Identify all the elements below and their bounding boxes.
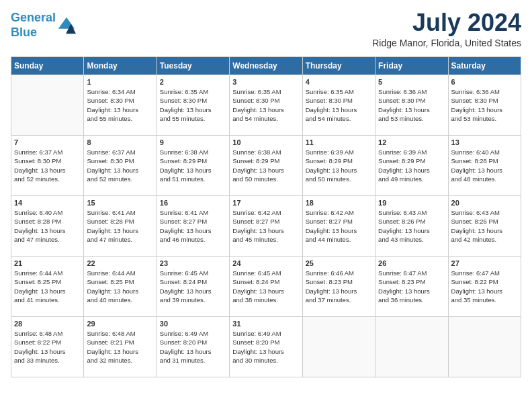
header-friday: Friday [375,57,448,75]
month-year-title: July 2024 [372,11,521,35]
day-info: Sunrise: 6:35 AMSunset: 8:30 PMDaylight:… [306,87,372,123]
calendar-cell: 29Sunrise: 6:48 AMSunset: 8:21 PMDayligh… [84,317,157,377]
day-number: 15 [87,199,153,207]
day-info: Sunrise: 6:45 AMSunset: 8:24 PMDaylight:… [160,269,226,304]
calendar-cell: 4Sunrise: 6:35 AMSunset: 8:30 PMDaylight… [302,75,375,136]
day-number: 3 [232,78,299,86]
calendar-cell: 25Sunrise: 6:46 AMSunset: 8:23 PMDayligh… [302,257,375,317]
day-info: Sunrise: 6:37 AMSunset: 8:30 PMDaylight:… [87,148,153,183]
day-number: 29 [87,320,153,328]
calendar-week-2: 7Sunrise: 6:37 AMSunset: 8:30 PMDaylight… [11,136,521,196]
day-info: Sunrise: 6:39 AMSunset: 8:29 PMDaylight:… [378,148,445,183]
calendar-cell: 21Sunrise: 6:44 AMSunset: 8:25 PMDayligh… [11,257,84,317]
calendar-week-5: 28Sunrise: 6:48 AMSunset: 8:22 PMDayligh… [11,317,521,377]
calendar-cell: 23Sunrise: 6:45 AMSunset: 8:24 PMDayligh… [157,257,229,317]
calendar-cell: 19Sunrise: 6:43 AMSunset: 8:26 PMDayligh… [375,196,448,257]
calendar-cell [448,317,521,377]
day-info: Sunrise: 6:48 AMSunset: 8:21 PMDaylight:… [87,329,153,365]
calendar-cell: 22Sunrise: 6:44 AMSunset: 8:25 PMDayligh… [84,257,157,317]
day-info: Sunrise: 6:47 AMSunset: 8:23 PMDaylight:… [378,269,445,304]
day-info: Sunrise: 6:42 AMSunset: 8:27 PMDaylight:… [306,208,372,244]
day-number: 10 [232,138,299,146]
day-info: Sunrise: 6:38 AMSunset: 8:29 PMDaylight:… [232,148,299,183]
day-number: 31 [232,320,299,328]
calendar-cell: 7Sunrise: 6:37 AMSunset: 8:30 PMDaylight… [11,136,84,196]
calendar-week-3: 14Sunrise: 6:40 AMSunset: 8:28 PMDayligh… [11,196,521,257]
day-number: 4 [306,78,372,86]
calendar-cell: 27Sunrise: 6:47 AMSunset: 8:22 PMDayligh… [448,257,521,317]
day-info: Sunrise: 6:43 AMSunset: 8:26 PMDaylight:… [378,208,445,244]
day-number: 11 [306,138,372,146]
day-number: 7 [14,138,81,146]
calendar-cell: 20Sunrise: 6:43 AMSunset: 8:26 PMDayligh… [448,196,521,257]
calendar-cell: 2Sunrise: 6:35 AMSunset: 8:30 PMDaylight… [157,75,229,136]
calendar-cell: 8Sunrise: 6:37 AMSunset: 8:30 PMDaylight… [84,136,157,196]
calendar-header-row: SundayMondayTuesdayWednesdayThursdayFrid… [11,57,521,75]
header-saturday: Saturday [448,57,521,75]
calendar-cell: 31Sunrise: 6:49 AMSunset: 8:20 PMDayligh… [230,317,302,377]
calendar-cell: 12Sunrise: 6:39 AMSunset: 8:29 PMDayligh… [375,136,448,196]
day-info: Sunrise: 6:35 AMSunset: 8:30 PMDaylight:… [232,87,299,123]
day-number: 6 [451,78,518,86]
calendar-cell: 10Sunrise: 6:38 AMSunset: 8:29 PMDayligh… [230,136,302,196]
day-info: Sunrise: 6:47 AMSunset: 8:22 PMDaylight:… [451,269,518,304]
day-info: Sunrise: 6:40 AMSunset: 8:28 PMDaylight:… [451,148,518,183]
day-number: 1 [87,78,153,86]
day-info: Sunrise: 6:44 AMSunset: 8:25 PMDaylight:… [14,269,81,304]
calendar-cell: 9Sunrise: 6:38 AMSunset: 8:29 PMDaylight… [157,136,229,196]
day-number: 18 [306,199,372,207]
day-number: 23 [160,259,226,267]
day-number: 28 [14,320,81,328]
day-number: 25 [306,259,372,267]
day-info: Sunrise: 6:43 AMSunset: 8:26 PMDaylight:… [451,208,518,244]
day-number: 17 [232,199,299,207]
day-number: 16 [160,199,226,207]
calendar-table: SundayMondayTuesdayWednesdayThursdayFrid… [11,56,521,377]
header-monday: Monday [84,57,157,75]
day-number: 5 [378,78,445,86]
day-info: Sunrise: 6:40 AMSunset: 8:28 PMDaylight:… [14,208,81,244]
day-info: Sunrise: 6:49 AMSunset: 8:20 PMDaylight:… [160,329,226,365]
calendar-cell [11,75,84,136]
calendar-cell [302,317,375,377]
header-sunday: Sunday [11,57,84,75]
logo-icon [57,16,76,35]
day-info: Sunrise: 6:35 AMSunset: 8:30 PMDaylight:… [160,87,226,123]
calendar-cell: 15Sunrise: 6:41 AMSunset: 8:28 PMDayligh… [84,196,157,257]
calendar-cell: 24Sunrise: 6:45 AMSunset: 8:24 PMDayligh… [230,257,302,317]
calendar-cell: 1Sunrise: 6:34 AMSunset: 8:30 PMDaylight… [84,75,157,136]
calendar-cell: 5Sunrise: 6:36 AMSunset: 8:30 PMDaylight… [375,75,448,136]
title-section: July 2024 Ridge Manor, Florida, United S… [372,11,521,48]
calendar-cell: 28Sunrise: 6:48 AMSunset: 8:22 PMDayligh… [11,317,84,377]
day-info: Sunrise: 6:46 AMSunset: 8:23 PMDaylight:… [306,269,372,304]
logo: General Blue [11,11,76,40]
day-info: Sunrise: 6:36 AMSunset: 8:30 PMDaylight:… [451,87,518,123]
calendar-cell: 3Sunrise: 6:35 AMSunset: 8:30 PMDaylight… [230,75,302,136]
day-number: 22 [87,259,153,267]
day-number: 13 [451,138,518,146]
day-number: 19 [378,199,445,207]
calendar-week-4: 21Sunrise: 6:44 AMSunset: 8:25 PMDayligh… [11,257,521,317]
calendar-week-1: 1Sunrise: 6:34 AMSunset: 8:30 PMDaylight… [11,75,521,136]
calendar-cell: 16Sunrise: 6:41 AMSunset: 8:27 PMDayligh… [157,196,229,257]
day-info: Sunrise: 6:39 AMSunset: 8:29 PMDaylight:… [306,148,372,183]
calendar-cell: 13Sunrise: 6:40 AMSunset: 8:28 PMDayligh… [448,136,521,196]
day-info: Sunrise: 6:42 AMSunset: 8:27 PMDaylight:… [232,208,299,244]
day-info: Sunrise: 6:49 AMSunset: 8:20 PMDaylight:… [232,329,299,365]
calendar-cell [375,317,448,377]
calendar-cell: 18Sunrise: 6:42 AMSunset: 8:27 PMDayligh… [302,196,375,257]
day-info: Sunrise: 6:36 AMSunset: 8:30 PMDaylight:… [378,87,445,123]
day-number: 27 [451,259,518,267]
day-info: Sunrise: 6:41 AMSunset: 8:27 PMDaylight:… [160,208,226,244]
day-number: 8 [87,138,153,146]
day-number: 12 [378,138,445,146]
location-subtitle: Ridge Manor, Florida, United States [372,38,521,48]
day-number: 21 [14,259,81,267]
day-info: Sunrise: 6:41 AMSunset: 8:28 PMDaylight:… [87,208,153,244]
day-info: Sunrise: 6:37 AMSunset: 8:30 PMDaylight:… [14,148,81,183]
day-info: Sunrise: 6:48 AMSunset: 8:22 PMDaylight:… [14,329,81,365]
day-number: 30 [160,320,226,328]
day-number: 24 [232,259,299,267]
day-info: Sunrise: 6:34 AMSunset: 8:30 PMDaylight:… [87,87,153,123]
day-number: 26 [378,259,445,267]
